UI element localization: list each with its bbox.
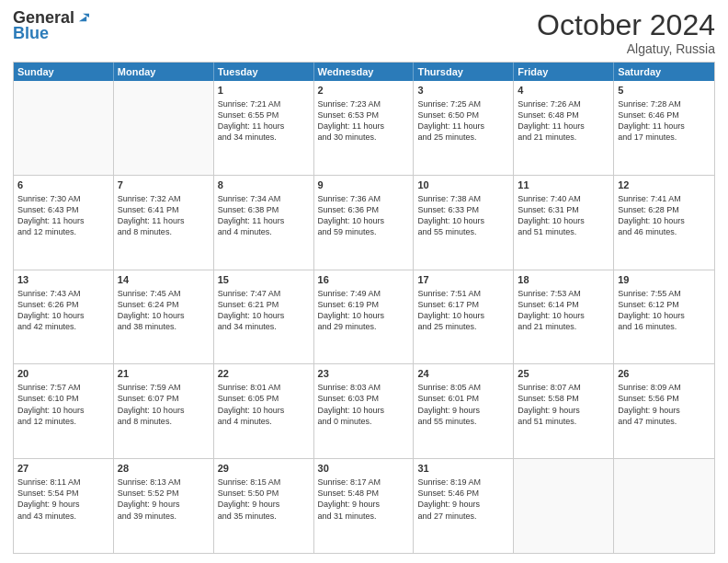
day-number: 23	[318, 367, 410, 381]
day-info-line: Sunset: 6:12 PM	[618, 299, 711, 310]
day-info-line: Daylight: 10 hours	[17, 310, 109, 321]
day-cell-8: 8Sunrise: 7:34 AMSunset: 6:38 PMDaylight…	[214, 176, 314, 270]
day-info-line: and 25 minutes.	[417, 321, 509, 332]
day-info-line: Sunrise: 8:19 AM	[417, 477, 509, 488]
day-info-line: Sunrise: 7:25 AM	[417, 98, 509, 109]
day-number: 22	[218, 367, 310, 381]
day-number: 19	[618, 273, 711, 287]
day-info-line: Sunset: 6:07 PM	[118, 393, 210, 404]
day-cell-5: 5Sunrise: 7:28 AMSunset: 6:46 PMDaylight…	[614, 81, 714, 175]
day-info-line: Daylight: 10 hours	[17, 405, 109, 416]
header-cell-saturday: Saturday	[614, 63, 714, 81]
day-info-line: Daylight: 10 hours	[417, 310, 509, 321]
day-number: 10	[417, 178, 509, 192]
day-info-line: Daylight: 11 hours	[218, 215, 310, 226]
day-info-line: Daylight: 9 hours	[318, 499, 410, 510]
day-cell-1: 1Sunrise: 7:21 AMSunset: 6:55 PMDaylight…	[214, 81, 314, 175]
day-info-line: and 47 minutes.	[618, 416, 711, 427]
day-info-line: Sunrise: 7:26 AM	[518, 98, 609, 109]
day-info-line: Sunset: 5:52 PM	[118, 488, 210, 499]
calendar-header: SundayMondayTuesdayWednesdayThursdayFrid…	[14, 63, 714, 81]
day-cell-2: 2Sunrise: 7:23 AMSunset: 6:53 PMDaylight…	[314, 81, 415, 175]
day-info-line: and 59 minutes.	[318, 226, 410, 237]
day-info-line: Sunrise: 7:47 AM	[218, 288, 310, 299]
day-number: 7	[118, 178, 210, 192]
day-info-line: and 51 minutes.	[518, 226, 609, 237]
day-info-line: Sunset: 6:53 PM	[318, 109, 410, 121]
day-info-line: Daylight: 11 hours	[518, 121, 609, 132]
day-cell-16: 16Sunrise: 7:49 AMSunset: 6:19 PMDayligh…	[314, 270, 415, 364]
day-info-line: Sunset: 5:48 PM	[318, 488, 410, 499]
logo-icon	[76, 11, 89, 24]
day-info-line: Sunset: 5:58 PM	[518, 393, 609, 404]
day-info-line: Daylight: 10 hours	[318, 215, 410, 226]
day-info-line: and 38 minutes.	[118, 321, 210, 332]
header-cell-thursday: Thursday	[414, 63, 514, 81]
day-number: 9	[318, 178, 410, 192]
day-cell-29: 29Sunrise: 8:15 AMSunset: 5:50 PMDayligh…	[214, 459, 314, 553]
day-number: 26	[618, 367, 711, 381]
day-info-line: Sunset: 6:26 PM	[17, 299, 109, 310]
day-number: 17	[417, 273, 509, 287]
day-info-line: Sunset: 6:55 PM	[218, 109, 310, 121]
day-info-line: Sunrise: 8:09 AM	[618, 382, 711, 393]
cal-row: 6Sunrise: 7:30 AMSunset: 6:43 PMDaylight…	[14, 175, 714, 270]
cal-row: 27Sunrise: 8:11 AMSunset: 5:54 PMDayligh…	[14, 458, 714, 553]
day-info-line: Daylight: 9 hours	[118, 499, 210, 510]
day-info-line: and 21 minutes.	[518, 132, 609, 143]
header: General Blue October 2024 Algatuy, Russi…	[13, 9, 715, 56]
day-info-line: Sunset: 6:48 PM	[518, 109, 609, 121]
day-info-line: Sunrise: 7:36 AM	[318, 193, 410, 204]
empty-cell	[14, 81, 114, 175]
day-cell-18: 18Sunrise: 7:53 AMSunset: 6:14 PMDayligh…	[514, 270, 614, 364]
header-cell-monday: Monday	[114, 63, 214, 81]
logo-blue-text: Blue	[13, 24, 49, 43]
day-number: 27	[17, 462, 109, 476]
day-info-line: and 55 minutes.	[417, 416, 509, 427]
day-info-line: Sunrise: 7:21 AM	[218, 98, 310, 109]
day-info-line: and 16 minutes.	[618, 321, 711, 332]
day-info-line: Daylight: 9 hours	[618, 405, 711, 416]
day-cell-11: 11Sunrise: 7:40 AMSunset: 6:31 PMDayligh…	[514, 176, 614, 270]
day-info-line: Sunset: 6:50 PM	[417, 109, 509, 121]
day-info-line: Sunrise: 8:07 AM	[518, 382, 609, 393]
day-info-line: and 8 minutes.	[118, 416, 210, 427]
page: General Blue October 2024 Algatuy, Russi…	[0, 0, 728, 563]
day-info-line: Sunrise: 8:11 AM	[17, 477, 109, 488]
day-info-line: Sunrise: 7:53 AM	[518, 288, 609, 299]
day-info-line: Daylight: 11 hours	[218, 121, 310, 132]
day-info-line: Sunset: 6:03 PM	[318, 393, 410, 404]
cal-row: 20Sunrise: 7:57 AMSunset: 6:10 PMDayligh…	[14, 363, 714, 458]
day-number: 15	[218, 273, 310, 287]
day-info-line: and 35 minutes.	[218, 511, 310, 522]
day-cell-12: 12Sunrise: 7:41 AMSunset: 6:28 PMDayligh…	[614, 176, 714, 270]
calendar: SundayMondayTuesdayWednesdayThursdayFrid…	[13, 62, 715, 554]
day-info-line: and 46 minutes.	[618, 226, 711, 237]
day-info-line: Sunrise: 8:17 AM	[318, 477, 410, 488]
day-info-line: Sunrise: 7:57 AM	[17, 382, 109, 393]
day-number: 16	[318, 273, 410, 287]
day-info-line: and 25 minutes.	[417, 132, 509, 143]
day-info-line: Sunrise: 7:23 AM	[318, 98, 410, 109]
day-number: 29	[218, 462, 310, 476]
header-cell-wednesday: Wednesday	[314, 63, 415, 81]
day-info-line: Daylight: 11 hours	[417, 121, 509, 132]
day-info-line: Sunset: 5:54 PM	[17, 488, 109, 499]
day-number: 30	[318, 462, 410, 476]
day-info-line: and 34 minutes.	[218, 321, 310, 332]
day-info-line: Sunset: 5:56 PM	[618, 393, 711, 404]
day-info-line: Daylight: 10 hours	[118, 310, 210, 321]
day-info-line: and 8 minutes.	[118, 226, 210, 237]
day-info-line: Sunset: 6:46 PM	[618, 109, 711, 121]
day-info-line: Sunrise: 8:05 AM	[417, 382, 509, 393]
day-info-line: Daylight: 9 hours	[17, 499, 109, 510]
day-cell-28: 28Sunrise: 8:13 AMSunset: 5:52 PMDayligh…	[114, 459, 214, 553]
day-info-line: Daylight: 9 hours	[518, 405, 609, 416]
day-info-line: Sunset: 6:43 PM	[17, 204, 109, 215]
day-info-line: and 27 minutes.	[417, 511, 509, 522]
day-number: 3	[417, 84, 509, 98]
day-cell-24: 24Sunrise: 8:05 AMSunset: 6:01 PMDayligh…	[414, 364, 514, 458]
day-number: 6	[17, 178, 109, 192]
day-number: 20	[17, 367, 109, 381]
empty-cell	[114, 81, 214, 175]
